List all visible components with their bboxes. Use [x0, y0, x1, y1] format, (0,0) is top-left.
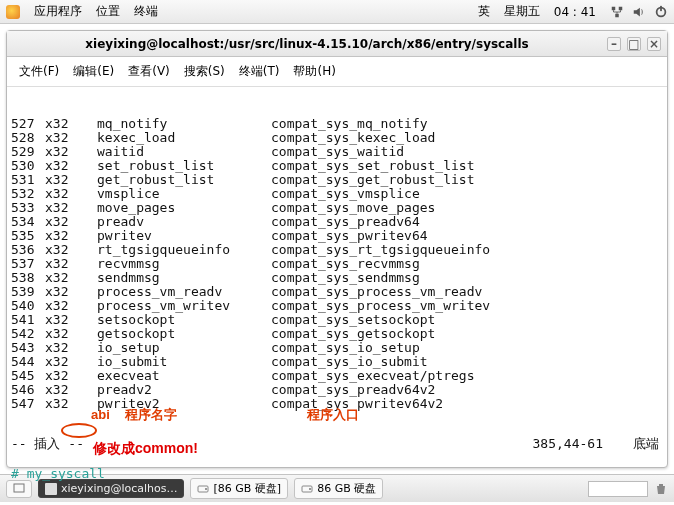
syscall-row: 543x32io_setupcompat_sys_io_setup	[11, 341, 663, 355]
syscall-row: 544x32io_submitcompat_sys_io_submit	[11, 355, 663, 369]
comment-row: # my_syscall	[11, 467, 663, 481]
volume-icon[interactable]	[632, 5, 646, 19]
annotation-abi: abi	[91, 408, 110, 422]
clock-day: 星期五	[504, 3, 540, 20]
syscall-row: 545x32execveatcompat_sys_execveat/ptregs	[11, 369, 663, 383]
top-panel: 应用程序 位置 终端 英 星期五 04 : 41	[0, 0, 674, 24]
syscall-row: 540x32process_vm_writevcompat_sys_proces…	[11, 299, 663, 313]
network-icon[interactable]	[610, 5, 624, 19]
input-method-indicator[interactable]: 英	[478, 3, 490, 20]
vim-mode: -- 插入 --	[11, 437, 533, 451]
menu-applications[interactable]: 应用程序	[34, 3, 82, 20]
syscall-row: 541x32setsockoptcompat_sys_setsockopt	[11, 313, 663, 327]
syscall-row: 531x32get_robust_listcompat_sys_get_robu…	[11, 173, 663, 187]
annotation-entry: 程序入口	[307, 408, 359, 422]
syscall-row: 533x32move_pagescompat_sys_move_pages	[11, 201, 663, 215]
syscall-row: 542x32getsockoptcompat_sys_getsockopt	[11, 327, 663, 341]
menu-edit[interactable]: 编辑(E)	[69, 61, 118, 82]
system-logo-icon	[6, 5, 20, 19]
terminal-window: xieyixing@localhost:/usr/src/linux-4.15.…	[6, 30, 668, 468]
menu-search[interactable]: 搜索(S)	[180, 61, 229, 82]
syscall-row: 530x32set_robust_listcompat_sys_set_robu…	[11, 159, 663, 173]
syscall-row: 539x32process_vm_readvcompat_sys_process…	[11, 285, 663, 299]
menu-terminal[interactable]: 终端(T)	[235, 61, 284, 82]
app-menubar: 文件(F) 编辑(E) 查看(V) 搜索(S) 终端(T) 帮助(H)	[7, 57, 667, 87]
menu-view[interactable]: 查看(V)	[124, 61, 174, 82]
menu-terminal[interactable]: 终端	[134, 3, 158, 20]
window-titlebar[interactable]: xieyixing@localhost:/usr/src/linux-4.15.…	[7, 31, 667, 57]
syscall-row: 538x32sendmmsgcompat_sys_sendmmsg	[11, 271, 663, 285]
maximize-button[interactable]: □	[627, 37, 641, 51]
menu-help[interactable]: 帮助(H)	[289, 61, 339, 82]
minimize-button[interactable]: –	[607, 37, 621, 51]
menu-places[interactable]: 位置	[96, 3, 120, 20]
svg-rect-1	[619, 6, 623, 10]
syscall-row: 529x32waitidcompat_sys_waitid	[11, 145, 663, 159]
clock-time: 04 : 41	[554, 5, 596, 19]
svg-rect-4	[660, 5, 662, 10]
syscall-row: 536x32rt_tgsigqueueinfocompat_sys_rt_tgs…	[11, 243, 663, 257]
menu-file[interactable]: 文件(F)	[15, 61, 63, 82]
syscall-row: 537x32recvmmsgcompat_sys_recvmmsg	[11, 257, 663, 271]
syscall-row: 527x32mq_notifycompat_sys_mq_notify	[11, 117, 663, 131]
window-title: xieyixing@localhost:/usr/src/linux-4.15.…	[13, 37, 601, 51]
terminal-content[interactable]: 527x32mq_notifycompat_sys_mq_notify528x3…	[7, 87, 667, 467]
syscall-row: 546x32preadv2compat_sys_preadv64v2	[11, 383, 663, 397]
vim-position: 385,44-61	[533, 437, 603, 451]
syscall-row: 528x32kexec_loadcompat_sys_kexec_load	[11, 131, 663, 145]
power-icon[interactable]	[654, 5, 668, 19]
syscall-row: 532x32vmsplicecompat_sys_vmsplice	[11, 187, 663, 201]
syscall-row: 535x32pwritevcompat_sys_pwritev64	[11, 229, 663, 243]
vim-percent: 底端	[633, 437, 659, 451]
syscall-row: 534x32preadvcompat_sys_preadv64	[11, 215, 663, 229]
svg-rect-0	[612, 6, 616, 10]
annotation-progname: 程序名字	[125, 408, 177, 422]
close-button[interactable]: ×	[647, 37, 661, 51]
systray	[610, 5, 668, 19]
svg-rect-2	[615, 13, 619, 17]
